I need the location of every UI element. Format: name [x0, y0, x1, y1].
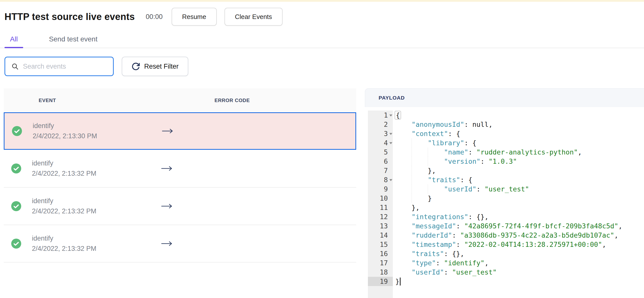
- arrow-right-icon[interactable]: [161, 203, 173, 209]
- line-number: 18: [380, 268, 388, 276]
- search-icon: [11, 63, 19, 70]
- code-line[interactable]: 8 "traits": {: [365, 175, 644, 184]
- payload-panel-header: PAYLOAD: [365, 88, 644, 107]
- code-line-text: "integrations": {},: [393, 212, 488, 221]
- code-line[interactable]: 10 }: [365, 194, 644, 203]
- event-timestamp: 2/4/2022, 2:13:30 PM: [33, 132, 97, 140]
- line-number: 19: [380, 277, 388, 285]
- code-line[interactable]: 14 "rudderId": "a33086db-9375-4c22-a2a3-…: [365, 231, 644, 240]
- events-table-header: EVENT ERROR CODE: [4, 88, 356, 112]
- text-cursor: [400, 277, 400, 285]
- code-line-text: }: [393, 194, 432, 203]
- success-icon: [11, 163, 21, 173]
- table-row[interactable]: identify 2/4/2022, 2:13:30 PM: [4, 112, 356, 150]
- line-number: 14: [380, 231, 388, 239]
- event-timestamp: 2/4/2022, 2:13:32 PM: [32, 207, 96, 215]
- tab-all[interactable]: All: [4, 35, 23, 48]
- code-line[interactable]: 19 }: [365, 277, 644, 286]
- code-line-text: "userId": "user_test": [393, 184, 529, 194]
- column-header-event: EVENT: [39, 88, 56, 112]
- success-icon: [12, 126, 22, 136]
- code-line[interactable]: 18 "userId": "user_test": [365, 267, 644, 277]
- event-timestamp: 2/4/2022, 2:13:32 PM: [32, 170, 96, 177]
- code-line-text: "traits": {: [393, 175, 472, 184]
- code-line[interactable]: 11 },: [365, 203, 644, 212]
- line-number: 6: [384, 157, 388, 165]
- line-number: 10: [380, 194, 388, 202]
- recording-timer: 00:00: [146, 13, 162, 21]
- line-number: 13: [380, 222, 388, 230]
- refresh-icon: [132, 62, 140, 71]
- line-number: 5: [384, 148, 388, 156]
- event-timestamp: 2/4/2022, 2:13:32 PM: [32, 245, 96, 252]
- top-accent-bar: [0, 0, 644, 2]
- code-line-text: "anonymousId": null,: [393, 120, 492, 129]
- search-input[interactable]: [22, 62, 108, 71]
- code-line[interactable]: 7 },: [365, 166, 644, 175]
- page-header: HTTP test source live events 00:00 Resum…: [4, 8, 644, 26]
- code-line[interactable]: 13 "messageId": "42a8695f-72f4-4f9f-bfcf…: [365, 221, 644, 231]
- code-line[interactable]: 15 "timestamp": "2022-02-04T14:13:28.275…: [365, 240, 644, 249]
- success-icon: [11, 239, 21, 248]
- code-line-text: }: [393, 277, 400, 286]
- code-lines: 1 { 2 "anonymousId": null, 3 "context": …: [365, 111, 644, 286]
- event-text: identify 2/4/2022, 2:13:32 PM: [32, 197, 96, 215]
- code-line-text: "version": "1.0.3": [393, 157, 517, 166]
- collapse-caret-icon[interactable]: [389, 133, 392, 135]
- tab-send-test-event[interactable]: Send test event: [44, 35, 103, 48]
- code-line-text: "traits": {},: [393, 249, 464, 258]
- code-line-text: "type": "identify",: [393, 258, 488, 267]
- code-line[interactable]: 6 "version": "1.0.3": [365, 157, 644, 166]
- code-line-text: },: [393, 166, 436, 175]
- line-number: 11: [380, 204, 388, 211]
- main-content: EVENT ERROR CODE identify 2/4/2022, 2:13…: [0, 88, 644, 296]
- code-line[interactable]: 17 "type": "identify",: [365, 258, 644, 267]
- page-title: HTTP test source live events: [4, 12, 135, 22]
- line-number: 15: [380, 241, 388, 248]
- search-events-box[interactable]: [4, 57, 114, 76]
- code-line[interactable]: 5 "name": "rudder-analytics-python",: [365, 148, 644, 157]
- resume-button[interactable]: Resume: [172, 8, 217, 26]
- code-line-text: },: [393, 203, 420, 212]
- clear-events-button[interactable]: Clear Events: [224, 8, 282, 26]
- code-line[interactable]: 1 {: [365, 111, 644, 120]
- code-line[interactable]: 16 "traits": {},: [365, 249, 644, 258]
- line-number: 4: [384, 139, 388, 147]
- code-line[interactable]: 2 "anonymousId": null,: [365, 120, 644, 129]
- line-number: 12: [380, 213, 388, 221]
- payload-title: PAYLOAD: [378, 95, 405, 101]
- line-number: 3: [384, 130, 388, 138]
- collapse-caret-icon[interactable]: [389, 142, 392, 144]
- event-name: identify: [32, 235, 96, 242]
- event-name: identify: [32, 197, 96, 205]
- code-line-text: "context": {: [393, 129, 460, 138]
- line-number: 2: [384, 121, 388, 128]
- table-row[interactable]: identify 2/4/2022, 2:13:32 PM: [4, 225, 356, 262]
- arrow-right-icon[interactable]: [162, 128, 174, 134]
- code-line-text: "rudderId": "a33086db-9375-4c22-a2a3-b5d…: [393, 231, 618, 240]
- reset-filter-button[interactable]: Reset Filter: [122, 57, 188, 76]
- code-line[interactable]: 3 "context": {: [365, 129, 644, 138]
- filter-row: Reset Filter: [4, 57, 644, 76]
- reset-filter-label: Reset Filter: [144, 63, 178, 70]
- table-row[interactable]: identify 2/4/2022, 2:13:32 PM: [4, 187, 356, 225]
- arrow-right-icon[interactable]: [161, 165, 173, 172]
- code-line-text: "library": {: [393, 138, 476, 148]
- column-header-error-code: ERROR CODE: [214, 88, 250, 112]
- collapse-caret-icon[interactable]: [389, 179, 392, 181]
- code-line[interactable]: 9 "userId": "user_test": [365, 184, 644, 194]
- event-table-body: identify 2/4/2022, 2:13:30 PM identify 2…: [4, 112, 356, 262]
- code-line[interactable]: 4 "library": {: [365, 138, 644, 148]
- line-number: 1: [384, 111, 388, 119]
- event-text: identify 2/4/2022, 2:13:32 PM: [32, 159, 96, 177]
- event-name: identify: [32, 159, 96, 167]
- arrow-right-icon[interactable]: [161, 240, 173, 247]
- code-line-text: "userId": "user_test": [393, 267, 496, 277]
- line-number: 9: [384, 185, 388, 193]
- collapse-caret-icon[interactable]: [389, 114, 392, 116]
- table-row[interactable]: identify 2/4/2022, 2:13:32 PM: [4, 150, 356, 187]
- line-number: 8: [384, 176, 388, 184]
- line-number: 17: [380, 259, 388, 267]
- payload-editor[interactable]: 1 { 2 "anonymousId": null, 3 "context": …: [365, 107, 644, 292]
- code-line[interactable]: 12 "integrations": {},: [365, 212, 644, 221]
